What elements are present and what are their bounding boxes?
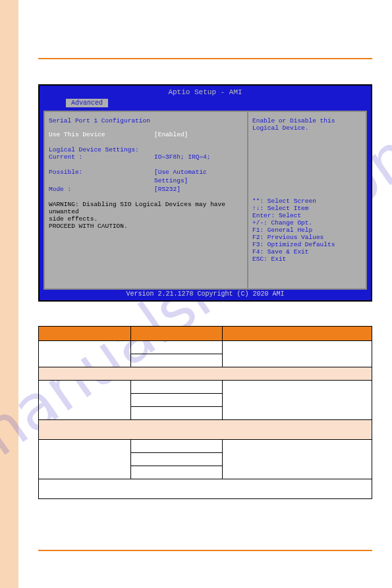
bios-key-3: +/-: Change Opt. [252, 219, 362, 227]
bios-footer: Version 2.21.1278 Copyright (C) 2020 AMI [40, 290, 371, 298]
bios-warning-2: side effects. [49, 215, 245, 223]
table-row [39, 381, 372, 394]
bios-label: Possible: [49, 169, 154, 176]
bios-label: Mode : [49, 186, 154, 193]
bios-row-possible: Possible: [Use Automatic [49, 169, 245, 176]
table-row [39, 367, 372, 381]
bios-label: Use This Device [49, 131, 154, 138]
top-horizontal-rule [38, 58, 372, 59]
bios-key-4: F1: General Help [252, 227, 362, 234]
table-row [39, 440, 372, 453]
left-margin-bar [0, 0, 18, 588]
bios-key-8: ESC: Exit [252, 255, 362, 263]
bios-value: IO=3F8h; IRQ=4; [154, 153, 245, 161]
table-row [39, 479, 372, 499]
bios-body: Serial Port 1 Configuration Use This Dev… [43, 111, 367, 290]
bios-tab-advanced: Advanced [66, 99, 108, 107]
bios-main-panel: Serial Port 1 Configuration Use This Dev… [45, 112, 249, 288]
bios-key-7: F4: Save & Exit [252, 248, 362, 255]
bios-caution: PROCEED WITH CAUTION. [49, 223, 245, 230]
bios-screenshot: Aptio Setup - AMI Advanced Serial Port 1… [38, 84, 372, 302]
bios-label: Current : [49, 153, 154, 161]
bios-row-device: Use This Device [Enabled] [49, 131, 245, 138]
options-table [38, 326, 372, 499]
bios-warning-1: WARNING: Disabling SIO Logical Devices m… [49, 201, 245, 215]
bottom-horizontal-rule [38, 550, 372, 551]
bios-row-possible-2: Settings] [49, 177, 245, 184]
bios-key-1: ↑↓: Select Item [252, 205, 362, 212]
bios-row-current: Current : IO=3F8h; IRQ=4; [49, 153, 245, 161]
bios-value: [Use Automatic [154, 169, 245, 176]
bios-side-panel: Enable or Disable this Logical Device. *… [247, 112, 366, 288]
bios-key-2: Enter: Select [252, 212, 362, 219]
bios-help-text: Enable or Disable this Logical Device. [252, 117, 362, 132]
bios-key-5: F2: Previous Values [252, 234, 362, 241]
table-row [39, 420, 372, 440]
table-row [39, 341, 372, 354]
bios-key-6: F3: Optimized Defaults [252, 241, 362, 248]
bios-title: Aptio Setup - AMI [40, 86, 371, 99]
bios-value: Settings] [154, 177, 245, 184]
bios-value: [Enabled] [154, 131, 245, 138]
bios-tab-row: Advanced [40, 99, 371, 109]
bios-row-mode: Mode : [RS232] [49, 186, 245, 193]
bios-section-title: Serial Port 1 Configuration [49, 117, 245, 124]
bios-settings-header: Logical Device Settings: [49, 146, 245, 153]
bios-value: [RS232] [154, 186, 245, 193]
table-header [39, 327, 372, 341]
bios-label [49, 177, 154, 184]
bios-key-0: **: Select Screen [252, 198, 362, 205]
